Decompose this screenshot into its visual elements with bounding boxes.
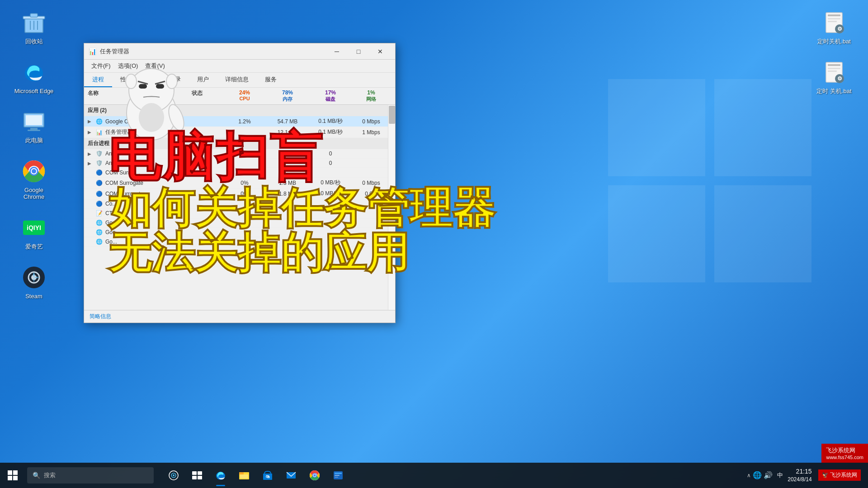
tab-users[interactable]: 用户 bbox=[189, 73, 217, 87]
taskbar-edge[interactable] bbox=[210, 463, 231, 488]
feisha-name: 飞沙系统网 bbox=[826, 446, 863, 455]
feisha-url: www.fss745.com bbox=[826, 455, 863, 460]
desktop-icon-bat1[interactable]: ⚙ 定时关机.bat bbox=[814, 9, 854, 45]
edge-label: Microsoft Edge bbox=[14, 88, 54, 95]
svg-rect-31 bbox=[828, 64, 840, 66]
bat2-label: 定时 关机.bat bbox=[816, 88, 851, 95]
svg-point-18 bbox=[32, 169, 36, 174]
desktop-icon-iqiyi[interactable]: iQIYI 爱奇艺 bbox=[14, 214, 54, 250]
desktop-icon-chrome[interactable]: Google Chrome bbox=[14, 158, 54, 201]
process-row-ctf[interactable]: 📝 CTF... bbox=[84, 209, 395, 218]
clock-date: 2024/8/14 bbox=[788, 476, 811, 483]
col-disk[interactable]: 17% 磁盘 bbox=[310, 89, 351, 103]
tab-processes[interactable]: 进程 bbox=[84, 73, 112, 87]
scrollbar[interactable] bbox=[388, 105, 395, 310]
svg-rect-48 bbox=[8, 476, 12, 480]
tm-disk: 0.1 MB/秒 bbox=[310, 128, 351, 136]
edge-icon bbox=[20, 59, 47, 86]
process-row-com2[interactable]: 🔵 COM Surrogate 0% 1.8 MB 0 MB/秒 0.0% bbox=[84, 188, 395, 199]
process-row-goo2[interactable]: 🌐 Goo... bbox=[84, 228, 395, 237]
task-manager-tabs: 进程 性能 应用历史记录 用户 详细信息 服务 bbox=[84, 73, 395, 88]
process-tm-name: 任务管理器 bbox=[105, 128, 132, 136]
taskbar-cortana[interactable] bbox=[163, 463, 184, 488]
desktop-icon-edge[interactable]: Microsoft Edge bbox=[14, 59, 54, 95]
col-net[interactable]: 1% 网络 bbox=[351, 89, 392, 103]
process-row-tm[interactable]: ▶ 📊 任务管理器 12.1 MB 0.1 MB/秒 1 Mbps bbox=[84, 127, 395, 138]
goo2-name: Goo... bbox=[105, 229, 120, 235]
svg-rect-60 bbox=[240, 474, 248, 479]
taskbar-mail[interactable] bbox=[280, 463, 302, 488]
svg-rect-25 bbox=[828, 14, 840, 16]
tm-mem: 12.1 MB bbox=[265, 129, 310, 136]
goo1-name: Goo... bbox=[105, 220, 120, 226]
network-icon[interactable]: 🌐 bbox=[753, 471, 762, 479]
taskbar-explorer[interactable] bbox=[233, 463, 255, 488]
scrollbar-thumb[interactable] bbox=[389, 106, 395, 124]
tab-services[interactable]: 服务 bbox=[257, 73, 285, 87]
taskbar-system-tray: ∧ 🌐 🔊 中 21:15 2024/8/14 🦅 飞沙系统网 bbox=[747, 467, 868, 483]
tray-arrow[interactable]: ∧ bbox=[747, 472, 751, 479]
process-row-goo1[interactable]: 🌐 Goo... bbox=[84, 218, 395, 228]
tab-details[interactable]: 详细信息 bbox=[217, 73, 257, 87]
start-button[interactable] bbox=[0, 463, 25, 488]
taskbar-search[interactable]: 🔍 搜索 bbox=[27, 467, 154, 483]
taskbar-chrome[interactable] bbox=[304, 463, 326, 488]
taskbar-store[interactable]: 🛍 bbox=[257, 463, 278, 488]
co-name: Co... bbox=[105, 201, 117, 207]
desktop-icon-computer[interactable]: 此电脑 bbox=[14, 108, 54, 144]
desktop-icon-recycle-bin[interactable]: 回收站 bbox=[14, 9, 54, 45]
recycle-bin-icon bbox=[20, 9, 47, 36]
process-row-go3[interactable]: 🌐 Go... bbox=[84, 237, 395, 247]
desktop-icon-bat2[interactable]: ⚙ 定时 关机.bat bbox=[814, 59, 854, 95]
col-status[interactable]: 状态 bbox=[170, 89, 224, 103]
taskbar-browser2[interactable] bbox=[327, 463, 349, 488]
process-row-co[interactable]: 🔵 Co... bbox=[84, 199, 395, 209]
process-row-com0[interactable]: 🔵 COM Surrog... bbox=[84, 168, 395, 178]
windows-start-icon bbox=[7, 470, 18, 481]
process-row-antir2[interactable]: ▶ 🛡️ Antir... 0 bbox=[84, 159, 395, 168]
search-label: 搜索 bbox=[44, 471, 56, 479]
menu-file[interactable]: 文件(F) bbox=[88, 61, 114, 71]
tab-app-history[interactable]: 应用历史记录 bbox=[140, 73, 189, 87]
svg-rect-14 bbox=[28, 130, 40, 131]
tm-net: 1 Mbps bbox=[351, 129, 392, 136]
menu-view[interactable]: 查看(V) bbox=[142, 61, 168, 71]
desktop-icon-steam[interactable]: Steam bbox=[14, 264, 54, 300]
svg-rect-6 bbox=[30, 14, 38, 17]
desktop-icons-right: ⚙ 定时关机.bat ⚙ 定时 关机.bat bbox=[814, 9, 854, 94]
svg-rect-33 bbox=[828, 70, 837, 72]
menu-options[interactable]: 选项(O) bbox=[114, 61, 142, 71]
volume-icon[interactable]: 🔊 bbox=[764, 471, 773, 479]
task-manager-window: 📊 任务管理器 ─ □ ✕ 文件(F) 选项(O) 查看(V) 进程 性能 应用… bbox=[84, 43, 396, 323]
svg-rect-2 bbox=[608, 185, 705, 282]
svg-rect-1 bbox=[714, 79, 811, 176]
maximize-button[interactable]: □ bbox=[348, 44, 369, 59]
svg-rect-46 bbox=[8, 470, 12, 475]
col-mem[interactable]: 78% 内存 bbox=[265, 89, 310, 103]
simple-view-button[interactable]: 简略信息 bbox=[84, 310, 395, 323]
tab-performance[interactable]: 性能 bbox=[112, 73, 140, 87]
taskbar: 🔍 搜索 bbox=[0, 463, 868, 488]
process-row-com1[interactable]: 🔵 COM Surrogate 0% 1.3 MB 0 MB/秒 0 Mbps bbox=[84, 178, 395, 188]
feisha-logo-icon: 🦅 bbox=[822, 472, 829, 478]
system-clock[interactable]: 21:15 2024/8/14 bbox=[788, 467, 811, 483]
process-row-chrome[interactable]: ▶ 🌐 Google Chrome (4) 1.2% 54.7 MB 0.1 M… bbox=[84, 116, 395, 127]
svg-text:iQIYI: iQIYI bbox=[27, 224, 41, 231]
bat1-label: 定时关机.bat bbox=[817, 38, 851, 45]
svg-rect-12 bbox=[26, 115, 42, 125]
process-chrome-name: Google Chrome (4) bbox=[105, 118, 152, 125]
language-indicator[interactable]: 中 bbox=[775, 471, 785, 479]
svg-text:⚙: ⚙ bbox=[837, 75, 842, 82]
close-button[interactable]: ✕ bbox=[370, 44, 391, 59]
com1-name: COM Surrogate bbox=[105, 180, 143, 186]
minimize-button[interactable]: ─ bbox=[326, 44, 347, 59]
com0-name: COM Surrog... bbox=[105, 169, 140, 176]
col-cpu[interactable]: 24% CPU bbox=[224, 89, 265, 103]
taskbar-task-view[interactable] bbox=[186, 463, 208, 488]
iqiyi-label: 爱奇艺 bbox=[25, 243, 43, 250]
computer-label: 此电脑 bbox=[25, 137, 43, 144]
process-row-antir1[interactable]: ▶ 🛡️ Antir... 1.2MB 0 bbox=[84, 149, 395, 159]
col-name[interactable]: 名称 bbox=[88, 89, 170, 103]
svg-rect-54 bbox=[198, 471, 202, 475]
svg-rect-49 bbox=[13, 476, 18, 480]
